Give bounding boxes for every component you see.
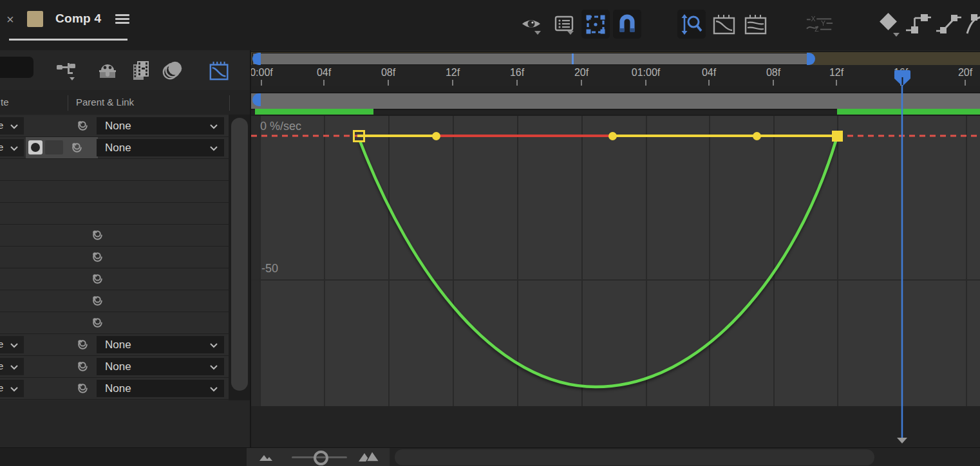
ruler-tick-label: 08f xyxy=(381,67,395,79)
motion-blur-icon[interactable] xyxy=(162,60,184,82)
graph-editor-icon[interactable] xyxy=(209,60,231,82)
graph-vertical-gridline xyxy=(901,116,903,407)
pickwhip-icon[interactable] xyxy=(75,381,90,396)
parent-link-dropdown[interactable]: None xyxy=(97,358,224,375)
parent-link-dropdown[interactable]: None xyxy=(97,139,224,156)
hold-keyframe-icon[interactable] xyxy=(904,10,932,39)
mode-cell[interactable]: e xyxy=(0,336,24,353)
ruler-tick-label: 20f xyxy=(574,67,589,79)
pickwhip-icon[interactable] xyxy=(75,118,90,133)
property-row[interactable] xyxy=(0,247,229,268)
pickwhip-icon[interactable] xyxy=(90,250,105,265)
keyframe-square-filled[interactable] xyxy=(832,131,843,142)
edit-selected-keyframes-icon[interactable] xyxy=(874,10,903,39)
property-row[interactable] xyxy=(0,268,229,290)
ruler-tick-mark xyxy=(323,80,325,86)
time-ruler[interactable]: 0:00f04f08f12f16f20f01:00f04f08f12f16f20… xyxy=(251,65,980,86)
layer-row[interactable]: eNone xyxy=(0,137,229,159)
parent-link-dropdown[interactable]: None xyxy=(97,336,224,353)
time-navigator-bar[interactable] xyxy=(252,53,809,65)
pickwhip-icon[interactable] xyxy=(75,337,90,352)
keyframe-circle[interactable] xyxy=(432,132,440,140)
close-icon[interactable]: × xyxy=(6,12,14,27)
graph-vertical-gridline xyxy=(837,116,838,407)
layer-row[interactable]: eNone xyxy=(0,115,229,137)
panel-menu-icon[interactable] xyxy=(115,14,129,24)
parent-link-value: None xyxy=(105,120,131,132)
playhead-marker[interactable] xyxy=(894,70,911,87)
fit-all-graphs-icon[interactable] xyxy=(742,10,770,39)
zoom-slider-knob[interactable] xyxy=(314,451,328,465)
property-row[interactable] xyxy=(0,312,229,334)
frame-blend-icon[interactable] xyxy=(130,60,152,82)
panel-corner-button[interactable] xyxy=(0,57,33,78)
work-area-start-handle[interactable] xyxy=(252,93,261,106)
separate-dimensions-icon[interactable]: X Y Z xyxy=(806,10,834,39)
comp-tab-title[interactable]: Comp 4 xyxy=(55,12,101,26)
ruler-tick-label: 20f xyxy=(958,67,972,79)
ruler-tick-label: 01:00f xyxy=(632,67,660,79)
ruler-tick-label: 16f xyxy=(510,67,524,79)
track-matte-icon[interactable] xyxy=(28,140,42,154)
chevron-down-icon xyxy=(209,121,219,131)
layer-row[interactable]: eNone xyxy=(0,378,229,400)
mode-cell[interactable]: e xyxy=(0,117,24,135)
linear-keyframe-icon[interactable] xyxy=(934,10,963,39)
mode-cell[interactable]: e xyxy=(0,380,24,397)
mode-cell[interactable]: e xyxy=(0,358,24,375)
mode-text-fragment: e xyxy=(0,142,3,153)
empty-row[interactable] xyxy=(0,181,229,203)
keyframe-circle[interactable] xyxy=(753,132,761,140)
navigator-end-handle[interactable] xyxy=(807,53,815,65)
comp-mini-flowchart-icon[interactable] xyxy=(55,60,77,82)
keyframe-square-hollow[interactable] xyxy=(353,130,365,142)
graph-editor-toolbar xyxy=(251,406,980,447)
panel-bottom-filler xyxy=(0,400,250,447)
pickwhip-icon[interactable] xyxy=(90,294,105,308)
chevron-down-icon xyxy=(9,340,19,350)
parent-link-value: None xyxy=(105,339,131,351)
track-matte-cell xyxy=(26,137,98,158)
auto-bezier-keyframe-icon[interactable] xyxy=(965,10,980,39)
parent-link-dropdown[interactable]: None xyxy=(97,117,224,135)
graph-minus50-label: -50 xyxy=(261,262,278,275)
graph-vertical-gridline xyxy=(646,116,647,407)
zoom-out-mountain-icon[interactable] xyxy=(258,452,276,462)
ruler-tick-mark xyxy=(516,80,518,86)
graph-type-options-icon[interactable] xyxy=(551,10,579,39)
matte-blank-toggle[interactable] xyxy=(45,140,63,154)
property-row[interactable] xyxy=(0,290,229,312)
snap-magnet-icon[interactable] xyxy=(613,10,641,39)
time-navigator[interactable] xyxy=(251,51,980,66)
pickwhip-icon[interactable] xyxy=(75,359,90,374)
navigator-start-handle[interactable] xyxy=(252,53,261,65)
ruler-tick-label: 04f xyxy=(702,67,716,79)
show-properties-eye-icon[interactable] xyxy=(518,10,546,39)
property-row[interactable] xyxy=(0,225,229,247)
empty-row[interactable] xyxy=(0,203,229,225)
graph-editor-area[interactable] xyxy=(251,115,980,407)
keyframe-circle[interactable] xyxy=(608,132,617,140)
auto-zoom-graph-icon[interactable] xyxy=(677,10,706,39)
vertical-scrollbar-thumb[interactable] xyxy=(231,118,248,391)
svg-text:Y: Y xyxy=(821,19,825,26)
graph-vertical-gridline xyxy=(453,116,454,407)
layer-row[interactable]: eNone xyxy=(0,356,229,378)
fit-selection-icon[interactable] xyxy=(710,10,739,39)
horizontal-scrollbar-thumb[interactable] xyxy=(395,449,874,465)
empty-row[interactable] xyxy=(0,159,229,181)
pickwhip-icon[interactable] xyxy=(70,140,84,155)
pickwhip-icon[interactable] xyxy=(90,315,105,330)
parent-link-dropdown[interactable]: None xyxy=(97,380,224,397)
work-area-bar[interactable] xyxy=(251,92,980,110)
zoom-in-mountain-icon[interactable] xyxy=(357,450,381,463)
graph-vertical-gridline xyxy=(259,116,261,407)
transform-box-icon[interactable] xyxy=(581,10,610,39)
shy-icon[interactable] xyxy=(97,60,118,82)
svg-text:Z: Z xyxy=(815,24,819,32)
layer-row[interactable]: eNone xyxy=(0,334,229,356)
mode-cell[interactable]: e xyxy=(0,139,24,156)
pickwhip-icon[interactable] xyxy=(90,228,105,243)
horizontal-scrollbar-track[interactable] xyxy=(390,448,980,466)
pickwhip-icon[interactable] xyxy=(90,272,105,286)
